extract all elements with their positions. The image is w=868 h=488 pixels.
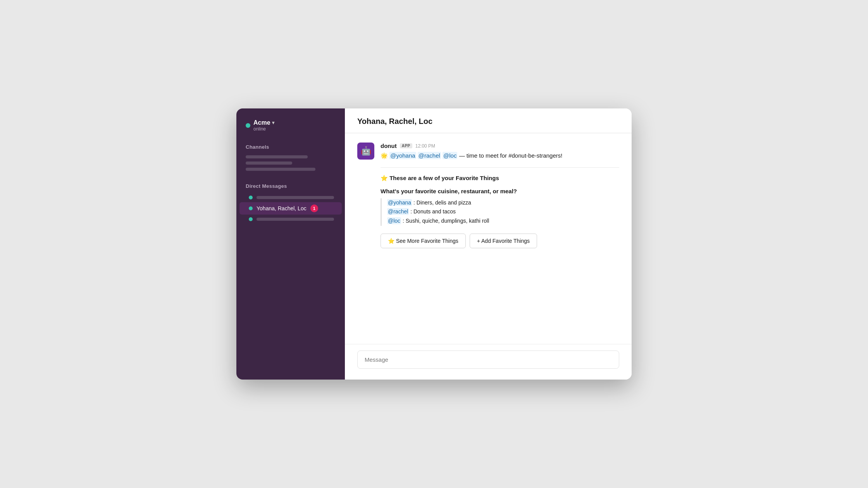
messages-area[interactable]: 🤖 donut APP 12:00 PM 🌟 @yohana @rachel xyxy=(345,133,632,344)
dm-badge: 1 xyxy=(310,204,318,212)
workspace-status: online xyxy=(253,126,274,132)
mention-loc-answer[interactable]: @loc xyxy=(387,217,401,224)
dm-dot-1 xyxy=(249,196,253,199)
favorite-section: ⭐ These are a few of your Favorite Thing… xyxy=(381,175,619,248)
dm-label: Direct Messages xyxy=(236,180,345,193)
channel-item-2[interactable] xyxy=(236,160,345,166)
message-header: donut APP 12:00 PM xyxy=(381,143,619,149)
dm-item-3[interactable] xyxy=(239,215,342,223)
app-badge: APP xyxy=(400,143,412,148)
favorite-title: ⭐ These are a few of your Favorite Thing… xyxy=(381,175,619,182)
app-window: Acme ▾ online Channels Direct Messages xyxy=(236,108,632,380)
dm-bar-3 xyxy=(257,218,334,221)
channel-bar-3 xyxy=(246,168,315,171)
sidebar: Acme ▾ online Channels Direct Messages xyxy=(236,108,345,380)
workspace-header[interactable]: Acme ▾ online xyxy=(236,119,345,141)
answer-row-3: @loc : Sushi, quiche, dumplings, kathi r… xyxy=(387,217,619,226)
dm-label-active: Yohana, Rachel, Loc xyxy=(257,205,307,211)
dm-dot-active xyxy=(249,206,253,210)
channel-header: Yohana, Rachel, Loc xyxy=(345,108,632,133)
answers-block: @yohana : Diners, delis and pizza @rache… xyxy=(381,198,619,226)
message-input-area xyxy=(345,344,632,380)
channel-bar-2 xyxy=(246,162,292,165)
channel-item-3[interactable] xyxy=(236,166,345,172)
see-more-button[interactable]: ⭐ See More Favorite Things xyxy=(381,234,466,248)
answer-text-2: : Donuts and tacos xyxy=(410,208,456,215)
favorite-emoji: ⭐ xyxy=(381,175,389,181)
dm-dot-3 xyxy=(249,217,253,221)
message-input[interactable] xyxy=(357,351,619,369)
answer-row-1: @yohana : Diners, delis and pizza xyxy=(387,198,619,208)
dm-bar-1 xyxy=(257,196,334,199)
message-time: 12:00 PM xyxy=(415,143,435,149)
channel-bar-1 xyxy=(246,155,308,158)
message-text: 🌟 @yohana @rachel @loc — time to meet fo… xyxy=(381,151,619,160)
intro-emoji: 🌟 xyxy=(381,152,389,159)
mention-rachel-answer[interactable]: @rachel xyxy=(387,208,409,215)
dm-section: Direct Messages Yohana, Rachel, Loc 1 xyxy=(236,180,345,224)
mention-rachel[interactable]: @rachel xyxy=(418,152,441,159)
workspace-online-dot xyxy=(246,123,250,128)
buttons-row: ⭐ See More Favorite Things + Add Favorit… xyxy=(381,234,619,248)
mention-yohana-answer[interactable]: @yohana xyxy=(387,199,412,206)
workspace-info: Acme ▾ online xyxy=(253,119,274,132)
question: What's your favorite cuisine, restaurant… xyxy=(381,188,619,194)
intro-suffix: — time to meet for #donut-be-strangers! xyxy=(459,152,563,159)
message-content: donut APP 12:00 PM 🌟 @yohana @rachel @lo… xyxy=(381,143,619,248)
message-divider xyxy=(381,167,619,168)
avatar-icon: 🤖 xyxy=(361,146,371,156)
mention-yohana[interactable]: @yohana xyxy=(389,152,416,159)
channel-item-1[interactable] xyxy=(236,154,345,160)
sender-name: donut xyxy=(381,143,397,149)
channels-label: Channels xyxy=(236,141,345,154)
channel-title: Yohana, Rachel, Loc xyxy=(357,117,619,126)
dm-item-yohana-rachel-loc[interactable]: Yohana, Rachel, Loc 1 xyxy=(239,202,342,215)
mention-loc[interactable]: @loc xyxy=(443,152,457,159)
answer-row-2: @rachel : Donuts and tacos xyxy=(387,207,619,217)
message-row: 🤖 donut APP 12:00 PM 🌟 @yohana @rachel xyxy=(357,143,619,248)
avatar: 🤖 xyxy=(357,143,374,160)
answer-text-3: : Sushi, quiche, dumplings, kathi roll xyxy=(403,218,489,224)
add-favorite-button[interactable]: + Add Favorite Things xyxy=(470,234,537,248)
answer-text-1: : Diners, delis and pizza xyxy=(413,199,471,206)
workspace-dropdown-icon: ▾ xyxy=(272,120,274,125)
dm-item-1[interactable] xyxy=(239,193,342,202)
main-content: Yohana, Rachel, Loc 🤖 donut APP 12:00 PM… xyxy=(345,108,632,380)
workspace-name[interactable]: Acme ▾ xyxy=(253,119,274,126)
